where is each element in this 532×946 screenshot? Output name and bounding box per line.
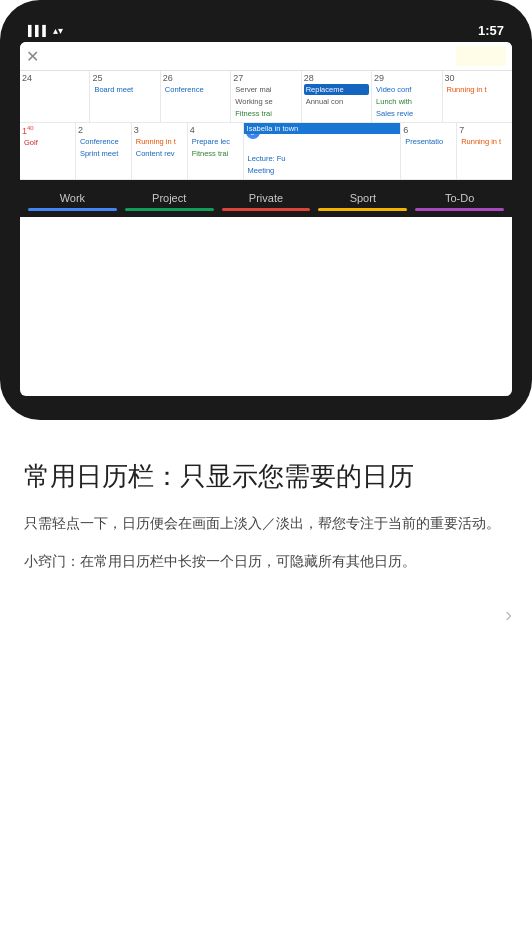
bottom-chevron[interactable]: › [0,603,532,641]
cal-day-3: 3 Running in t Content rev [132,123,188,179]
cal-day-7: 7 Running in t [457,123,512,179]
tab-sport[interactable]: Sport [314,192,411,204]
cal-day-26: 26 Conference [161,71,231,122]
event[interactable]: Conference [78,136,129,147]
day-number: 27 [233,73,298,83]
tab-private[interactable]: Private [218,192,315,204]
cal-day-5: 5 Isabella in town Lecture: Fu Meeting [244,123,402,179]
event[interactable]: Lunch with [374,96,439,107]
status-left: ▌▌▌ ▴▾ [28,25,63,36]
day-number: 4 [190,125,241,135]
phone-frame: ▌▌▌ ▴▾ 1:57 ✕ 24 25 Board meet [0,0,532,420]
phone-screen: ✕ 24 25 Board meet 26 Conference [20,42,512,396]
event[interactable]: Meeting [246,165,399,176]
content-section: 常用日历栏：只显示您需要的日历 只需轻点一下，日历便会在画面上淡入／淡出，帮您专… [0,420,532,603]
signal-icon: ▌▌▌ [28,25,49,36]
day-number: 3 [134,125,185,135]
event[interactable]: Running in t [459,136,510,147]
project-bar [125,208,214,211]
event[interactable]: Content rev [134,148,185,159]
tab-project[interactable]: Project [121,192,218,204]
cal-day-4: 4 Prepare lec Fitness trai [188,123,244,179]
event[interactable]: Server mai [233,84,298,95]
calendar-week-1: 24 25 Board meet 26 Conference 27 Server… [20,71,512,123]
tab-color-bars [24,206,508,213]
status-bar: ▌▌▌ ▴▾ 1:57 [20,18,512,42]
event[interactable]: Presentatio [403,136,454,147]
day-number: 24 [22,73,87,83]
tab-work[interactable]: Work [24,192,121,204]
cal-day-28: 28 Replaceme Annual con [302,71,372,122]
day-number: 29 [374,73,439,83]
day-number: 25 [92,73,157,83]
day-number: 6 [403,125,454,135]
content-tip: 小窍门：在常用日历栏中长按一个日历，可隐藏所有其他日历。 [24,550,508,572]
calendar-header: ✕ [20,42,512,71]
wifi-icon: ▴▾ [53,25,63,36]
day-number: 2 [78,125,129,135]
event[interactable]: Video conf [374,84,439,95]
calendar-tabs-bar: Work Project Private Sport To-Do [20,180,512,217]
cal-day-2: 2 Conference Sprint meet [76,123,132,179]
event[interactable]: Board meet [92,84,157,95]
close-button[interactable]: ✕ [26,47,39,66]
event[interactable]: Sales revie [374,108,439,119]
spanning-event[interactable]: Isabella in town [244,123,401,134]
calendar-tabs: Work Project Private Sport To-Do [24,188,508,206]
cal-day-1: 140 Golf [20,123,76,179]
event[interactable]: Golf [22,137,73,148]
cal-day-6: 6 Presentatio [401,123,457,179]
cal-day-25: 25 Board meet [90,71,160,122]
day-number: 30 [445,73,510,83]
event[interactable]: Fitness trai [233,108,298,119]
private-bar [222,208,311,211]
cal-day-29: 29 Video conf Lunch with Sales revie [372,71,442,122]
day-number: 140 [22,125,73,136]
event[interactable]: Running in t [445,84,510,95]
event[interactable]: Working se [233,96,298,107]
event[interactable]: Annual con [304,96,369,107]
event[interactable]: Running in t [134,136,185,147]
calendar-grid: 24 25 Board meet 26 Conference 27 Server… [20,71,512,180]
cal-day-27: 27 Server mai Working se Fitness trai [231,71,301,122]
content-title: 常用日历栏：只显示您需要的日历 [24,460,508,494]
cal-day-30: 30 Running in t [443,71,512,122]
status-time: 1:57 [478,23,504,38]
cal-day-24: 24 [20,71,90,122]
event[interactable]: Lecture: Fu [246,153,399,164]
day-number: 26 [163,73,228,83]
event[interactable]: Replaceme [304,84,369,95]
event[interactable]: Prepare lec [190,136,241,147]
work-bar [28,208,117,211]
content-paragraph-1: 只需轻点一下，日历便会在画面上淡入／淡出，帮您专注于当前的重要活动。 [24,512,508,534]
day-number: 7 [459,125,510,135]
event[interactable]: Fitness trai [190,148,241,159]
tab-todo[interactable]: To-Do [411,192,508,204]
event[interactable]: Conference [163,84,228,95]
sport-bar [318,208,407,211]
day-number: 28 [304,73,369,83]
event[interactable]: Sprint meet [78,148,129,159]
calendar-week-2: 140 Golf 2 Conference Sprint meet 3 Runn… [20,123,512,180]
todo-bar [415,208,504,211]
